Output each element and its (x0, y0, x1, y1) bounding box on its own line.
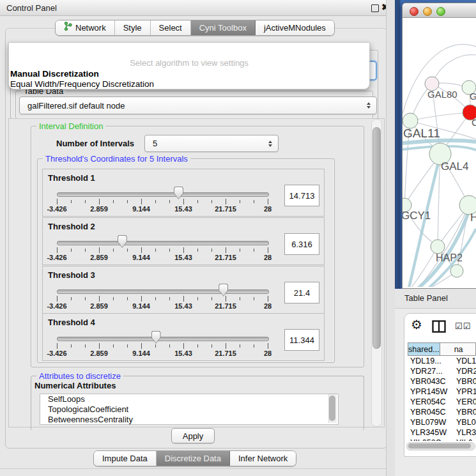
tick-mark (141, 296, 142, 302)
tick-mark (169, 344, 170, 348)
h-node-label: H (470, 211, 476, 224)
threshold-slider-handle[interactable] (118, 235, 127, 248)
threshold-slider-track[interactable] (57, 289, 269, 294)
table-row[interactable]: YLR345WYLR3 (408, 427, 476, 438)
tick-mark (183, 343, 184, 349)
threshold-label: Threshold 2 (48, 222, 95, 231)
popup-option-equal-width-frequency[interactable]: Equal Width/Frequency Discretization (10, 79, 154, 89)
popup-option-manual-discretization[interactable]: Manual Discretization (10, 69, 99, 79)
top-right-node-label: G (470, 91, 476, 102)
table-horizontal-scrollbar-thumb[interactable] (408, 443, 471, 449)
mac-minimize-icon[interactable] (423, 7, 432, 16)
threshold-slider-handle[interactable] (151, 331, 161, 344)
tab-network[interactable]: Network (56, 20, 115, 35)
tick-mark (169, 249, 170, 252)
tab-cyni-toolbox[interactable]: Cyni Toolbox (191, 20, 256, 35)
tick-mark (197, 249, 198, 252)
mode-tab-label: Discretize Data (165, 451, 221, 466)
table-row[interactable]: YBR045CYBR0 (408, 407, 476, 417)
numerical-attributes-list[interactable]: SelfLoopsTopologicalCoefficientBetweenne… (40, 394, 339, 425)
tab-label: Cyni Toolbox (199, 20, 247, 35)
mode-tab-discretize-data[interactable]: Discretize Data (157, 451, 230, 466)
apply-button-label: Apply (183, 431, 204, 441)
threshold-value-field[interactable]: 6.316 (284, 233, 319, 255)
tick-label: 2.859 (90, 205, 108, 213)
mode-tab-infer-network[interactable]: Infer Network (230, 451, 296, 466)
tick-label: 2.859 (90, 349, 108, 357)
table-row[interactable]: YDR27...YDR2 (408, 366, 476, 376)
tick-label: 21.715 (215, 205, 236, 213)
mac-zoom-icon[interactable] (436, 7, 445, 16)
cell-shared-name: YER054C (408, 397, 454, 407)
tick-mark (211, 344, 212, 348)
gal80-node-label: GAL80 (427, 89, 457, 100)
tick-mark (127, 200, 128, 203)
column-header-name[interactable]: na (440, 342, 476, 356)
threshold-value-field[interactable]: 14.713 (284, 185, 319, 206)
network-edge[interactable] (403, 44, 476, 114)
threshold-1-panel: Threshold 1-3.4262.8599.14415.4321.71528… (42, 169, 325, 217)
table-row[interactable]: YER054CYER0 (408, 397, 476, 407)
mode-tab-impute-data[interactable]: Impute Data (94, 451, 157, 466)
threshold-slider-track[interactable] (57, 192, 269, 197)
tick-mark (113, 200, 114, 203)
network-edge[interactable] (432, 55, 476, 84)
tab-select[interactable]: Select (151, 20, 191, 35)
cell-shared-name: YDR27... (408, 366, 454, 376)
threshold-value-field[interactable]: 21.4 (284, 282, 319, 303)
split-columns-icon[interactable] (432, 320, 446, 335)
select-columns-checkbox-icons[interactable]: ☑☑ (455, 321, 471, 331)
threshold-slider-track[interactable] (57, 241, 269, 245)
tab-label: jActiveMNodules (264, 20, 326, 35)
cell-name: YER0 (454, 397, 476, 407)
cell-name: YBR0 (454, 376, 476, 387)
settings-scrollbar[interactable] (371, 119, 382, 427)
gear-icon[interactable]: ⚙ (411, 318, 422, 331)
attributes-group-title: Attributes to discretize (36, 371, 123, 381)
float-window-icon[interactable] (371, 4, 379, 12)
table-row[interactable]: YBR043CYBR0 (408, 376, 476, 387)
tab-jactivemnodules[interactable]: jActiveMNodules (256, 20, 334, 35)
threshold-value-field[interactable]: 11.344 (284, 329, 319, 351)
cell-shared-name: YIL052C (408, 438, 454, 441)
number-of-intervals-combo[interactable]: 5 (144, 135, 279, 152)
threshold-slider-handle[interactable] (219, 284, 228, 296)
network-canvas[interactable]: GAL80GCGAL11GAL4GCY1HHAP2 (403, 18, 476, 287)
node-attribute-table[interactable]: shared... na YDL19...YDL1YDR27...YDR2YBR… (408, 342, 476, 441)
number-of-intervals-label: Number of Intervals (56, 139, 134, 148)
table-row[interactable]: YBL079WYBL0 (408, 417, 476, 427)
table-row[interactable]: YDL19...YDL1 (408, 356, 476, 366)
tab-label: Select (159, 20, 182, 35)
tick-mark (268, 247, 268, 253)
numerical-attributes-label: Numerical Attributes (35, 381, 116, 390)
network-edge[interactable] (410, 112, 470, 121)
mac-close-icon[interactable] (410, 7, 418, 16)
tab-style[interactable]: Style (115, 20, 151, 35)
table-data-combo[interactable]: galFiltered.sif default node (19, 96, 377, 114)
tab-label: Network (75, 20, 106, 35)
table-row[interactable]: YPR145WYPR1 (408, 387, 476, 397)
network-edge[interactable] (403, 247, 438, 287)
tick-label: 9.144 (132, 302, 150, 310)
attribute-list-item[interactable]: TopologicalCoefficient (40, 404, 338, 415)
attribute-list-item[interactable]: SelfLoops (40, 394, 338, 404)
tick-label: 28 (264, 205, 272, 213)
slider-tick-labels: -3.4262.8599.14415.4321.71528 (57, 254, 268, 261)
panel-divider[interactable] (386, 0, 395, 476)
threshold-slider-handle[interactable] (174, 187, 183, 199)
bottom-node[interactable] (450, 265, 463, 277)
tick-mark (99, 199, 100, 204)
tick-mark (155, 344, 156, 348)
attributes-scrollbar-thumb[interactable] (329, 395, 335, 421)
gal4-node-label: GAL4 (441, 160, 468, 173)
table-row[interactable]: YIL052CYIL0 (408, 438, 476, 441)
tick-label: 2.859 (90, 302, 108, 310)
tick-mark (169, 297, 170, 300)
threshold-slider-track[interactable] (57, 337, 269, 341)
hap2-node[interactable] (431, 240, 445, 254)
apply-button[interactable]: Apply (171, 428, 215, 443)
tick-label: 9.144 (132, 349, 150, 357)
settings-scrollbar-thumb[interactable] (372, 127, 381, 349)
attribute-list-item[interactable]: BetweennessCentrality (40, 415, 338, 425)
column-header-shared-name[interactable]: shared... (408, 342, 440, 356)
